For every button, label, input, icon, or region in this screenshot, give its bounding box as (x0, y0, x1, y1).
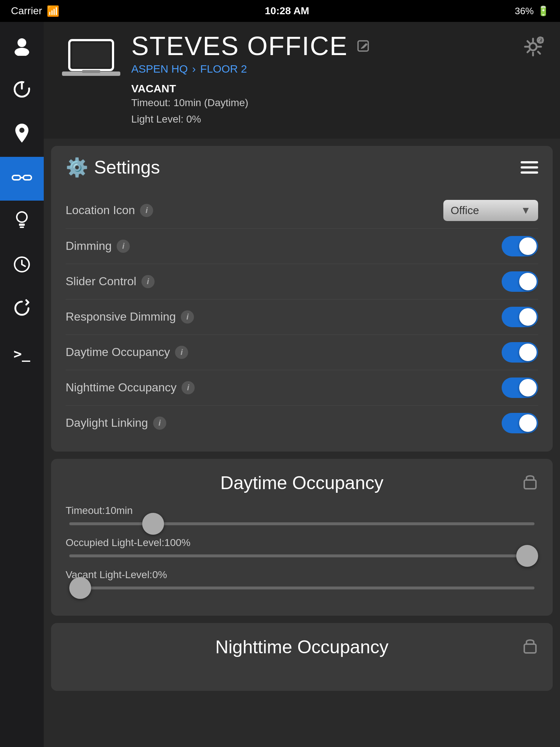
dimming-info[interactable]: i (117, 240, 130, 253)
nighttime-occupancy-label: Nighttime Occupancy i (66, 381, 195, 394)
room-title: STEVES OFFICE (131, 33, 348, 59)
svg-rect-17 (82, 70, 100, 73)
occupied-light-slider-thumb[interactable] (516, 545, 538, 567)
settings-row-nighttime-occupancy: Nighttime Occupancy i (66, 370, 538, 406)
sidebar-item-power[interactable] (0, 69, 44, 113)
svg-rect-9 (19, 224, 25, 226)
slider-control-label: Slider Control i (66, 275, 155, 288)
clock-icon (13, 255, 31, 278)
occupied-light-slider-track[interactable] (69, 554, 534, 557)
nighttime-occupancy-title: Nighttime Occupancy (82, 636, 522, 658)
slider-control-toggle[interactable] (502, 271, 538, 292)
header-info: STEVES OFFICE ASPEN HQ › FLOOR 2 VACANT (124, 33, 545, 128)
svg-rect-21 (524, 480, 536, 489)
timeout-status: Timeout: 10min (Daytime) (131, 95, 545, 111)
timeout-slider-section: Timeout:10min (66, 505, 538, 525)
timeout-slider-thumb[interactable] (142, 513, 164, 535)
edit-icon[interactable] (355, 38, 371, 58)
status-info: VACANT Timeout: 10min (Daytime) Light Le… (131, 82, 545, 128)
svg-rect-15 (72, 43, 110, 67)
settings-row-responsive-dimming: Responsive Dimming i (66, 299, 538, 335)
occupied-light-slider-section: Occupied Light-Level:100% (66, 537, 538, 557)
daytime-occupancy-info[interactable]: i (175, 346, 188, 359)
vacant-light-slider-section: Vacant Light-Level:0% (66, 569, 538, 589)
sidebar-item-bulb[interactable] (0, 201, 44, 244)
daytime-occupancy-toggle[interactable] (502, 342, 538, 363)
location-icon-value: Office (451, 204, 515, 217)
settings-gear-icon[interactable] (520, 33, 549, 67)
dimming-label: Dimming i (66, 239, 130, 253)
dropdown-arrow-icon: ▼ (521, 205, 531, 216)
sidebar-item-refresh[interactable] (0, 288, 44, 332)
bulb-icon (14, 210, 30, 235)
svg-point-8 (17, 212, 27, 222)
terminal-icon: >_ (13, 346, 30, 362)
timeout-slider-track[interactable] (69, 522, 534, 525)
nighttime-occupancy-header: Nighttime Occupancy (66, 636, 538, 658)
vacant-light-slider-thumb[interactable] (69, 577, 91, 599)
slider-control-info[interactable]: i (141, 275, 155, 288)
settings-header: ⚙️ Settings (66, 157, 538, 178)
link-icon (12, 169, 32, 189)
battery-icon: 🔋 (537, 5, 549, 17)
sidebar-item-clock[interactable] (0, 244, 44, 288)
svg-line-13 (22, 264, 25, 266)
location-icon-info[interactable]: i (140, 204, 153, 217)
power-icon (12, 80, 31, 103)
sidebar-item-terminal[interactable]: >_ (0, 332, 44, 376)
responsive-dimming-label: Responsive Dimming i (66, 310, 194, 324)
sidebar: >_ (0, 22, 44, 747)
timeout-slider-label: Timeout:10min (66, 505, 538, 516)
daylight-linking-label: Daylight Linking i (66, 416, 166, 430)
svg-point-19 (529, 43, 537, 50)
settings-row-dimming: Dimming i (66, 229, 538, 264)
refresh-icon (12, 299, 31, 322)
nighttime-occupancy-info[interactable]: i (182, 381, 195, 394)
responsive-dimming-toggle[interactable] (502, 307, 538, 327)
hamburger-menu[interactable] (521, 161, 538, 174)
header: STEVES OFFICE ASPEN HQ › FLOOR 2 VACANT (44, 22, 560, 139)
svg-rect-6 (23, 175, 31, 180)
map-pin-icon (14, 123, 30, 147)
responsive-dimming-info[interactable]: i (181, 310, 194, 324)
nighttime-occupancy-toggle[interactable] (502, 378, 538, 398)
user-icon (12, 35, 32, 60)
location-icon-label: Location Icon i (66, 204, 153, 217)
light-level-status: Light Level: 0% (131, 111, 545, 128)
occupied-light-label: Occupied Light-Level:100% (66, 537, 538, 549)
sidebar-item-user[interactable] (0, 26, 44, 69)
svg-rect-5 (12, 175, 20, 180)
status-time: 10:28 AM (265, 5, 309, 17)
daytime-occupancy-card: Daytime Occupancy Timeout:10min Occupied… (51, 459, 553, 616)
breadcrumb-floor[interactable]: FLOOR 2 (200, 63, 247, 75)
main-content: STEVES OFFICE ASPEN HQ › FLOOR 2 VACANT (44, 22, 560, 747)
daytime-occupancy-header: Daytime Occupancy (66, 472, 538, 494)
location-icon-dropdown[interactable]: Office ▼ (443, 200, 538, 221)
svg-point-4 (19, 128, 24, 133)
svg-point-0 (18, 38, 26, 47)
battery-percent: 36% (515, 5, 534, 17)
nighttime-lock-icon[interactable] (522, 636, 538, 658)
app-layout: >_ STEVES OFFICE (0, 22, 560, 747)
svg-point-1 (15, 48, 29, 56)
breadcrumb: ASPEN HQ › FLOOR 2 (131, 63, 545, 75)
vacant-light-slider-track[interactable] (69, 587, 534, 589)
svg-rect-22 (524, 644, 536, 653)
settings-card: ⚙️ Settings Location Icon i Office ▼ (51, 146, 553, 452)
status-carrier: Carrier 📶 (11, 5, 59, 17)
settings-row-daylight-linking: Daylight Linking i (66, 406, 538, 441)
settings-title: ⚙️ Settings (66, 157, 160, 178)
daytime-occupancy-title: Daytime Occupancy (82, 472, 522, 494)
daylight-linking-info[interactable]: i (153, 417, 166, 430)
nighttime-occupancy-card: Nighttime Occupancy (51, 623, 553, 691)
settings-row-daytime-occupancy: Daytime Occupancy i (66, 335, 538, 370)
svg-rect-10 (20, 227, 24, 228)
dimming-toggle[interactable] (502, 236, 538, 256)
room-icon (58, 33, 124, 84)
breadcrumb-building[interactable]: ASPEN HQ (131, 63, 188, 75)
daylight-linking-toggle[interactable] (502, 413, 538, 433)
daytime-lock-icon[interactable] (522, 472, 538, 494)
sidebar-item-location[interactable] (0, 113, 44, 157)
sidebar-item-link[interactable] (0, 157, 44, 201)
settings-row-slider-control: Slider Control i (66, 264, 538, 299)
